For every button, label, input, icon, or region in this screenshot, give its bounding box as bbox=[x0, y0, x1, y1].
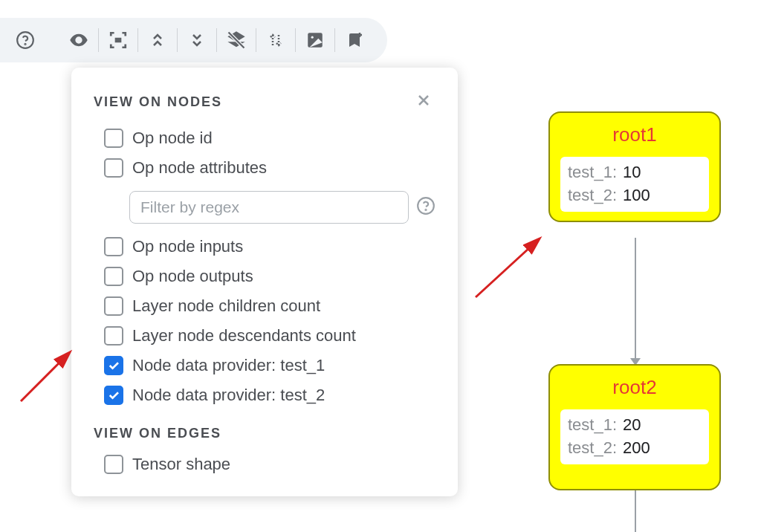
data-value: 100 bbox=[623, 184, 650, 207]
option-node-data-provider-test1[interactable]: Node data provider: test_1 bbox=[104, 353, 435, 378]
option-label: Op node attributes bbox=[132, 158, 267, 178]
data-key: test_1: bbox=[568, 414, 617, 437]
option-label: Node data provider: test_2 bbox=[132, 386, 325, 405]
checkbox[interactable] bbox=[104, 455, 123, 474]
option-label: Op node inputs bbox=[132, 237, 243, 256]
svg-line-11 bbox=[476, 239, 539, 297]
data-value: 200 bbox=[623, 437, 650, 460]
option-op-node-inputs[interactable]: Op node inputs bbox=[104, 234, 435, 259]
checkbox[interactable] bbox=[104, 158, 123, 178]
image-icon[interactable] bbox=[299, 24, 331, 56]
option-tensor-shape[interactable]: Tensor shape bbox=[104, 452, 435, 477]
eye-icon[interactable] bbox=[62, 24, 95, 56]
graph-node-root1[interactable]: root1 test_1: 10 test_2: 100 bbox=[548, 111, 721, 222]
svg-point-2 bbox=[77, 39, 81, 42]
checkbox[interactable] bbox=[104, 326, 123, 346]
svg-line-10 bbox=[21, 353, 69, 401]
help-icon[interactable] bbox=[9, 24, 42, 56]
panel-nodes-title: VIEW ON NODES bbox=[94, 94, 222, 110]
checkbox-checked[interactable] bbox=[104, 356, 123, 375]
option-node-data-provider-test2[interactable]: Node data provider: test_2 bbox=[104, 383, 435, 408]
filter-help-icon[interactable] bbox=[416, 196, 435, 218]
option-op-node-id[interactable]: Op node id bbox=[104, 126, 435, 151]
checkbox[interactable] bbox=[104, 129, 123, 148]
svg-point-7 bbox=[311, 36, 314, 39]
svg-point-1 bbox=[25, 44, 25, 45]
node-title: root2 bbox=[560, 376, 709, 399]
option-label: Tensor shape bbox=[132, 455, 230, 474]
graph-edge bbox=[635, 490, 636, 532]
data-value: 10 bbox=[623, 161, 641, 184]
checkbox-checked[interactable] bbox=[104, 386, 123, 405]
node-data-block: test_1: 10 test_2: 100 bbox=[560, 157, 709, 212]
checkbox[interactable] bbox=[104, 237, 123, 256]
expand-all-icon[interactable] bbox=[141, 24, 174, 56]
bookmark-add-icon[interactable] bbox=[338, 24, 371, 56]
checkbox[interactable] bbox=[104, 267, 123, 286]
node-title: root1 bbox=[560, 123, 709, 146]
annotation-arrow-icon bbox=[468, 230, 550, 305]
node-data-block: test_1: 20 test_2: 200 bbox=[560, 409, 709, 464]
collapse-all-icon[interactable] bbox=[181, 24, 213, 56]
data-key: test_2: bbox=[568, 184, 617, 207]
svg-point-9 bbox=[425, 210, 426, 210]
panel-edges-title: VIEW ON EDGES bbox=[94, 426, 435, 441]
svg-rect-3 bbox=[115, 38, 122, 43]
close-icon[interactable] bbox=[412, 88, 435, 115]
checkbox[interactable] bbox=[104, 296, 123, 316]
option-label: Op node outputs bbox=[132, 267, 253, 286]
toolbar bbox=[0, 18, 387, 62]
layers-off-icon[interactable] bbox=[220, 24, 253, 56]
data-key: test_2: bbox=[568, 437, 617, 460]
view-options-panel: VIEW ON NODES Op node id Op node attribu… bbox=[71, 68, 458, 496]
arrange-vertical-icon[interactable] bbox=[259, 24, 292, 56]
data-key: test_1: bbox=[568, 161, 617, 184]
graph-node-root2[interactable]: root2 test_1: 20 test_2: 200 bbox=[548, 364, 721, 490]
option-layer-descendants-count[interactable]: Layer node descendants count bbox=[104, 323, 435, 348]
option-label: Node data provider: test_1 bbox=[132, 356, 325, 375]
data-value: 20 bbox=[623, 414, 641, 437]
option-op-node-attributes[interactable]: Op node attributes bbox=[104, 155, 435, 181]
option-label: Layer node children count bbox=[132, 296, 320, 316]
fit-screen-icon[interactable] bbox=[102, 24, 135, 56]
option-label: Op node id bbox=[132, 129, 213, 148]
annotation-arrow-icon bbox=[13, 342, 80, 409]
option-layer-children-count[interactable]: Layer node children count bbox=[104, 293, 435, 319]
option-op-node-outputs[interactable]: Op node outputs bbox=[104, 264, 435, 289]
filter-regex-input[interactable] bbox=[129, 191, 409, 224]
option-label: Layer node descendants count bbox=[132, 326, 356, 346]
graph-edge bbox=[635, 238, 636, 364]
